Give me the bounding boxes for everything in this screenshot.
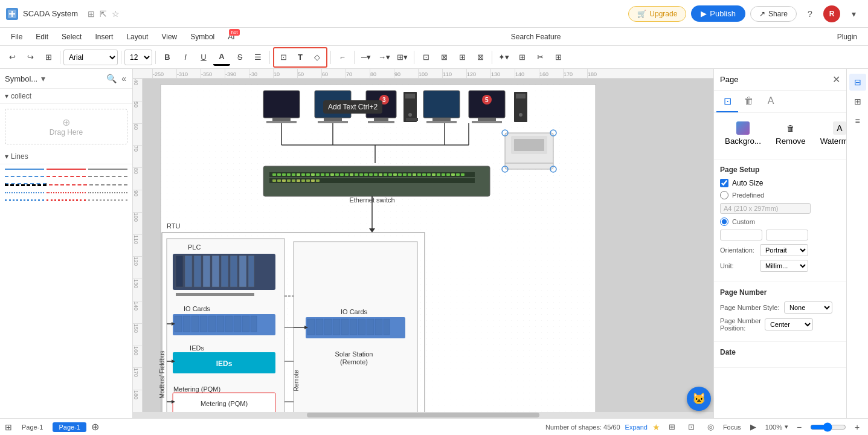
zoom-dropdown-icon[interactable]: ▾ xyxy=(785,423,788,431)
share-button[interactable]: ↗ Share xyxy=(750,6,797,22)
arrow-style-button[interactable]: →▾ xyxy=(376,49,393,66)
table-button[interactable]: ⊞ xyxy=(550,49,567,66)
window-icon-expand[interactable]: ⇱ xyxy=(100,9,107,19)
drag-here-area[interactable]: ⊕ Drag Here xyxy=(5,109,127,144)
remove-button[interactable]: 🗑 Remove xyxy=(771,119,811,148)
menu-select[interactable]: Select xyxy=(56,30,88,44)
right-panel-close-button[interactable]: ✕ xyxy=(832,74,840,85)
canvas-scrollbar-thumb[interactable] xyxy=(307,413,539,417)
chat-assistant-button[interactable]: 🐱 xyxy=(687,387,711,411)
custom-radio[interactable] xyxy=(720,218,728,226)
strikethrough-button[interactable]: S xyxy=(231,49,248,66)
line-blue-solid[interactable] xyxy=(5,169,44,170)
fill-tool-button[interactable]: ◇ xyxy=(309,49,326,66)
focus-btn[interactable]: ◎ xyxy=(704,420,718,434)
upgrade-button[interactable]: 🛒 Upgrade xyxy=(628,6,686,22)
line-gray-dashed2[interactable] xyxy=(89,184,127,185)
fit-view-btn[interactable]: ⊡ xyxy=(684,420,699,434)
list-icon-btn[interactable]: ≡ xyxy=(849,112,866,129)
menu-plugin[interactable]: Plugin xyxy=(831,30,863,44)
menu-file[interactable]: File xyxy=(5,30,28,44)
play-btn[interactable]: ▶ xyxy=(746,420,760,434)
menu-edit[interactable]: Edit xyxy=(30,30,54,44)
rp-tab-page[interactable]: ⊡ xyxy=(716,91,738,112)
menu-symbol[interactable]: Symbol xyxy=(184,30,220,44)
page-tab-active[interactable]: Page-1 xyxy=(53,422,86,432)
align-button[interactable]: ☰ xyxy=(249,49,266,66)
line-red-dashed2[interactable] xyxy=(49,184,87,185)
menu-ai[interactable]: AI hot xyxy=(222,30,240,44)
page-number-position-select[interactable]: Center Left Right xyxy=(765,318,813,330)
height-input[interactable]: 195.792 xyxy=(766,230,808,240)
shape-select-button[interactable]: ⊡ xyxy=(417,49,434,66)
collect-section-header[interactable]: ▾ collect xyxy=(0,89,132,104)
line-style-button[interactable]: ─▾ xyxy=(358,49,375,66)
canvas-scrollbar[interactable] xyxy=(133,412,713,418)
arrow-tool-button[interactable]: ⌐ xyxy=(334,49,351,66)
sidebar-search-button[interactable]: 🔍 xyxy=(105,72,118,85)
line-gray-solid[interactable] xyxy=(88,169,127,170)
line-gray-dotted2[interactable] xyxy=(88,199,127,201)
page-number-style-select[interactable]: None Arabic Roman xyxy=(784,301,832,314)
crop-button[interactable]: ⊠ xyxy=(436,49,452,66)
publish-button[interactable]: ▶ Publish xyxy=(691,5,745,22)
canvas[interactable]: 3 5 xyxy=(143,79,713,412)
page-tab-number[interactable]: Page-1 xyxy=(17,422,48,432)
predefined-radio[interactable] xyxy=(720,191,728,199)
waypoint-button[interactable]: ⊞ xyxy=(454,49,471,66)
properties-icon-btn[interactable]: ⊟ xyxy=(849,74,866,91)
width-input[interactable]: 157.956 xyxy=(720,230,762,240)
line-blue-dashed[interactable] xyxy=(5,176,44,177)
layers-status-btn[interactable]: ⊞ xyxy=(665,420,680,434)
unit-select[interactable]: Millim... Pixels Inches xyxy=(760,260,808,272)
sidebar-collapse-button[interactable]: « xyxy=(120,72,127,85)
effect-button[interactable]: ✦▾ xyxy=(495,49,512,66)
orientation-select[interactable]: Portrait Landscape xyxy=(760,244,808,256)
page-view-button[interactable]: ⊞ xyxy=(40,49,57,66)
line-red-dotted2[interactable] xyxy=(47,199,86,201)
rp-tab-trash[interactable]: 🗑 xyxy=(738,91,760,112)
window-icon-star[interactable]: ☆ xyxy=(112,9,120,19)
redo-button[interactable]: ↪ xyxy=(22,49,39,66)
window-icon-tile[interactable]: ⊞ xyxy=(88,9,95,19)
layers-icon-btn[interactable]: ⊞ xyxy=(849,93,866,110)
menu-layout[interactable]: Layout xyxy=(120,30,154,44)
font-family-select[interactable]: Arial xyxy=(63,50,118,65)
line-blue-dotted2[interactable] xyxy=(5,199,44,201)
line-blue-dashed2[interactable] xyxy=(5,183,47,186)
underline-button[interactable]: U xyxy=(195,49,212,66)
connector-button[interactable]: ⊞▾ xyxy=(394,49,411,66)
user-avatar[interactable]: R xyxy=(823,5,840,22)
rp-tab-text[interactable]: A xyxy=(760,91,782,112)
add-page-button[interactable]: ⊕ xyxy=(91,421,99,433)
menu-search[interactable]: Search Feature xyxy=(242,30,830,44)
lines-section-header[interactable]: ▾ Lines xyxy=(0,149,132,164)
line-gray-dotted[interactable] xyxy=(88,192,127,193)
line-red-dashed[interactable] xyxy=(47,176,86,177)
help-button[interactable]: ? xyxy=(802,5,818,22)
lock-button[interactable]: ⊞ xyxy=(513,49,530,66)
undo-button[interactable]: ↩ xyxy=(4,49,21,66)
font-size-select[interactable]: 12 xyxy=(124,50,152,65)
line-red-solid[interactable] xyxy=(47,169,86,170)
zoom-slider[interactable] xyxy=(810,422,846,432)
italic-button[interactable]: I xyxy=(177,49,194,66)
watermark-button[interactable]: A Watermark xyxy=(815,119,846,148)
line-blue-dotted[interactable] xyxy=(5,192,44,193)
line-gray-dashed[interactable] xyxy=(88,176,127,177)
background-button[interactable]: Backgro... xyxy=(720,119,766,148)
expand-button[interactable]: Expand xyxy=(625,424,648,431)
text-tool-button[interactable]: T xyxy=(292,49,309,66)
line-red-dotted[interactable] xyxy=(47,192,86,193)
predefined-input[interactable] xyxy=(720,203,811,214)
bold-button[interactable]: B xyxy=(159,49,176,66)
dropdown-button[interactable]: ▾ xyxy=(845,5,862,22)
unlink-button[interactable]: ✂ xyxy=(532,49,548,66)
menu-insert[interactable]: Insert xyxy=(89,30,119,44)
zoom-in-btn[interactable]: + xyxy=(851,421,863,433)
page-view-toggle[interactable]: ⊞ xyxy=(5,422,12,432)
shape-tool-button[interactable]: ⊡ xyxy=(275,49,292,66)
zoom-out-btn[interactable]: − xyxy=(793,421,805,433)
menu-view[interactable]: View xyxy=(155,30,183,44)
edit-button[interactable]: ⊠ xyxy=(472,49,489,66)
